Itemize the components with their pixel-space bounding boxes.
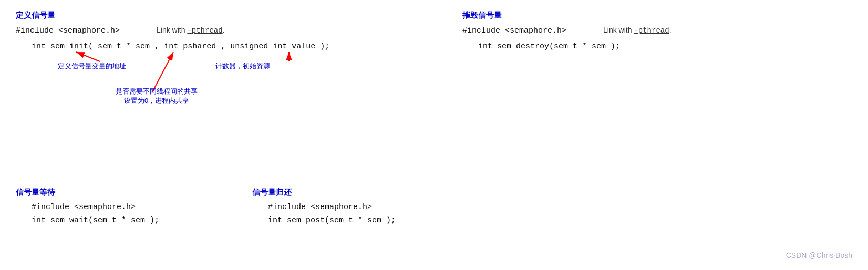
annotation-addr: 定义信号量变量的地址 — [58, 61, 126, 71]
svg-line-1 — [152, 52, 173, 92]
define-title: 定义信号量 — [16, 11, 447, 20]
bottom-section: 信号量等待 #include <semaphore.h> int sem_wai… — [16, 188, 852, 227]
destroy-include: #include <semaphore.h> — [462, 26, 566, 35]
svg-line-0 — [76, 52, 100, 61]
fn-int2: int — [164, 42, 183, 51]
destroy-function-line: int sem_destroy(sem_t * sem ); — [478, 42, 856, 51]
destroy-sem-param: sem — [592, 42, 606, 51]
define-function-line: int sem_init( sem_t * sem , int pshared … — [32, 42, 447, 51]
define-include-row: #include <semaphore.h> Link with -pthrea… — [16, 26, 447, 38]
annotation-area: 定义信号量变量的地址 计数器，初始资源 是否需要不同线程间的共享 设置为0，进程… — [32, 51, 447, 167]
watermark: CSDN @Chris·Bosh — [786, 251, 852, 259]
wait-include: #include <semaphore.h> — [32, 203, 236, 212]
fn-comma2: , — [221, 42, 230, 51]
wait-function-line: int sem_wait(sem_t * sem ); — [32, 216, 236, 225]
destroy-int: int — [478, 42, 497, 51]
define-include: #include <semaphore.h> — [16, 26, 120, 35]
left-panel: 定义信号量 #include <semaphore.h> Link with -… — [16, 11, 447, 167]
right-panel: 摧毁信号量 #include <semaphore.h> Link with -… — [447, 11, 856, 167]
wait-close: ); — [150, 216, 159, 225]
wait-title: 信号量等待 — [16, 188, 236, 198]
fn-comma1: , — [154, 42, 164, 51]
wait-sem-param: sem — [131, 216, 145, 225]
fn-unsigned-int: unsigned int — [230, 42, 292, 51]
fn-value-param: value — [292, 42, 315, 51]
post-function-line: int sem_post(sem_t * sem ); — [268, 216, 457, 225]
bottom-right: 信号量归还 #include <semaphore.h> int sem_pos… — [236, 188, 457, 227]
page-container: 定义信号量 #include <semaphore.h> Link with -… — [0, 0, 868, 270]
bottom-left: 信号量等待 #include <semaphore.h> int sem_wai… — [16, 188, 236, 227]
post-title: 信号量归还 — [252, 188, 457, 198]
destroy-title: 摧毁信号量 — [462, 11, 856, 20]
destroy-link-pthread: Link with -pthread. — [603, 26, 671, 35]
fn-sem-t: sem_t * — [98, 42, 131, 51]
post-sem-param: sem — [367, 216, 381, 225]
destroy-close: ); — [611, 42, 620, 51]
post-int: int — [268, 216, 287, 225]
fn-pshared-param: pshared — [183, 42, 216, 51]
fn-sem-param: sem — [136, 42, 150, 51]
post-include: #include <semaphore.h> — [268, 203, 457, 212]
define-link-pthread: Link with -pthread. — [157, 26, 224, 35]
wait-name: sem_wait(sem_t * — [50, 216, 126, 225]
pthread-link-destroy: -pthread — [634, 26, 669, 35]
destroy-name: sem_destroy(sem_t * — [497, 42, 587, 51]
fn-name: sem_init( — [50, 42, 93, 51]
pthread-link-define: -pthread — [187, 26, 222, 35]
destroy-include-row: #include <semaphore.h> Link with -pthrea… — [462, 26, 856, 38]
post-name: sem_post(sem_t * — [287, 216, 363, 225]
annotation-shared: 是否需要不同线程间的共享 设置为0，进程内共享 — [116, 87, 198, 106]
post-close: ); — [386, 216, 396, 225]
top-section: 定义信号量 #include <semaphore.h> Link with -… — [16, 11, 852, 167]
fn-int: int — [32, 42, 50, 51]
fn-close: ); — [320, 42, 329, 51]
annotation-counter: 计数器，初始资源 — [215, 61, 270, 71]
wait-int: int — [32, 216, 50, 225]
